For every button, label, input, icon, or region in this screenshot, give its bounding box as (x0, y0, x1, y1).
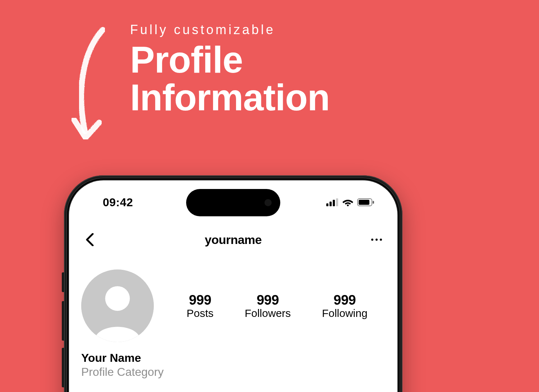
wifi-icon (342, 198, 354, 206)
phone-frame: 09:42 (64, 175, 402, 392)
ellipsis-icon (371, 238, 382, 241)
hero-title-line2: Information (130, 77, 330, 118)
more-options-button[interactable] (368, 231, 385, 248)
nav-bar: yourname (69, 228, 397, 252)
svg-point-4 (347, 204, 349, 206)
profile-category: Profile Category (81, 365, 385, 379)
status-right-icons (326, 198, 374, 206)
stat-following-count: 999 (322, 292, 368, 308)
profile-meta: Your Name Profile Category (81, 351, 385, 379)
hero-title-line1: Profile (130, 39, 243, 80)
chevron-left-icon (86, 233, 94, 246)
phone-side-button (62, 348, 64, 387)
cellular-icon (326, 198, 338, 206)
back-button[interactable] (81, 231, 98, 248)
status-time: 09:42 (92, 196, 133, 209)
svg-point-8 (371, 239, 373, 241)
stat-following[interactable]: 999 Following (322, 292, 368, 319)
stat-following-label: Following (322, 307, 368, 319)
svg-rect-3 (336, 198, 338, 206)
phone-side-button (62, 272, 64, 292)
profile-section: 999 Posts 999 Followers 999 Following Yo… (69, 269, 397, 379)
phone-side-button (62, 301, 64, 341)
stat-followers[interactable]: 999 Followers (245, 292, 291, 319)
svg-rect-1 (330, 202, 332, 206)
battery-icon (357, 198, 374, 206)
profile-top-row: 999 Posts 999 Followers 999 Following (81, 269, 385, 342)
svg-rect-0 (326, 203, 328, 206)
arrow-decoration (60, 27, 121, 158)
svg-point-12 (105, 286, 130, 311)
svg-point-9 (376, 239, 378, 241)
nav-username[interactable]: yourname (205, 233, 262, 247)
hero-subtitle: Fully customizable (130, 22, 330, 37)
hero-text: Fully customizable Profile Information (130, 22, 330, 116)
stat-posts-label: Posts (186, 307, 213, 319)
stat-followers-count: 999 (245, 292, 291, 308)
svg-rect-2 (333, 200, 335, 206)
dynamic-island (186, 189, 280, 216)
avatar[interactable] (81, 269, 154, 342)
stat-posts-count: 999 (186, 292, 213, 308)
avatar-placeholder-icon (81, 269, 154, 342)
svg-rect-7 (373, 201, 374, 204)
svg-point-10 (380, 239, 382, 241)
phone-screen: 09:42 (69, 180, 397, 392)
profile-display-name: Your Name (81, 351, 385, 365)
svg-rect-6 (359, 200, 369, 205)
profile-stats: 999 Posts 999 Followers 999 Following (165, 292, 385, 319)
hero-title: Profile Information (130, 41, 330, 116)
stat-posts[interactable]: 999 Posts (186, 292, 213, 319)
stat-followers-label: Followers (245, 307, 291, 319)
